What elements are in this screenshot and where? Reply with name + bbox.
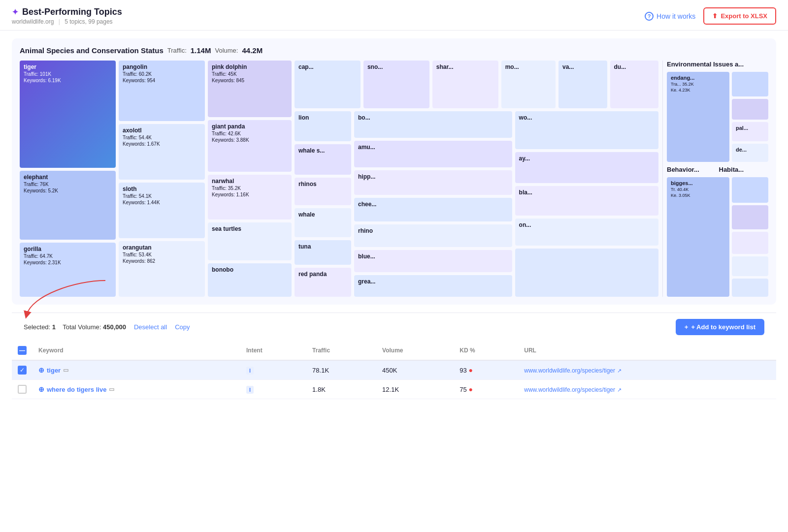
- question-icon: ?: [645, 12, 654, 21]
- whale-cell[interactable]: whale: [295, 208, 351, 237]
- blue-name: blue...: [358, 253, 508, 260]
- header-right: ? How it works ⬆ Export to XLSX: [645, 7, 776, 25]
- pangolin-keywords: Keywords: 954: [123, 78, 201, 83]
- sidebar-bottom-right: [732, 177, 768, 297]
- blue-cell[interactable]: blue...: [354, 250, 512, 273]
- small-cells[interactable]: [515, 249, 658, 297]
- row1-external-icon: ↗: [617, 368, 622, 374]
- gorilla-cell[interactable]: gorilla Traffic: 64.7K Keywords: 2.31K: [20, 243, 116, 297]
- de-cell[interactable]: de...: [732, 144, 768, 162]
- mid-right-top: bo... amu... hipp... chee... rhino blue.…: [354, 111, 658, 297]
- lion-cell[interactable]: lion: [295, 111, 351, 142]
- sno-cell[interactable]: sno...: [363, 61, 429, 108]
- axolotl-traffic: Traffic: 54.4K: [123, 135, 201, 140]
- gorilla-traffic: Traffic: 64.7K: [24, 253, 112, 259]
- elephant-name: elephant: [24, 174, 112, 181]
- bla-cell[interactable]: bla...: [515, 186, 658, 215]
- orangutan-cell[interactable]: orangutan Traffic: 53.4K Keywords: 862: [119, 241, 205, 297]
- pink-dolphin-cell[interactable]: pink dolphin Traffic: 45K Keywords: 845: [208, 61, 292, 117]
- du-cell[interactable]: du...: [610, 61, 659, 108]
- va-cell[interactable]: va...: [558, 61, 607, 108]
- page-title: ✦ Best-Performing Topics: [12, 7, 122, 17]
- row2-traffic-cell: 1.8K: [306, 380, 376, 399]
- traffic-label: Traffic:: [167, 47, 187, 54]
- top-row: cap... sno... shar... mo... va... du...: [295, 61, 658, 108]
- wo-name: wo...: [519, 114, 655, 121]
- cap-cell[interactable]: cap...: [295, 61, 361, 108]
- sloth-cell[interactable]: sloth Traffic: 54.1K Keywords: 1.44K: [119, 183, 205, 238]
- bigges-name: bigges...: [671, 180, 725, 186]
- row1-clip-icon[interactable]: ▭: [63, 367, 68, 374]
- sb-r1[interactable]: [732, 177, 768, 203]
- tuna-cell[interactable]: tuna: [295, 240, 351, 265]
- col-traffic-header: Traffic: [306, 341, 376, 360]
- deselect-all-link[interactable]: Deselect all: [134, 323, 167, 331]
- sidebar-r1-cell[interactable]: [732, 72, 768, 96]
- narwhal-keywords: Keywords: 1.16K: [212, 192, 288, 197]
- row2-volume-cell: 12.1K: [376, 380, 454, 399]
- wo-cell[interactable]: wo...: [515, 111, 658, 149]
- sidebar-r2-cell[interactable]: [732, 99, 768, 120]
- header-checkbox[interactable]: —: [18, 346, 27, 355]
- row2-checkbox[interactable]: [18, 385, 27, 394]
- row1-keyword-text[interactable]: tiger: [47, 367, 61, 374]
- row2-url-link[interactable]: www.worldwildlife.org/species/tiger: [524, 386, 615, 393]
- row1-add-icon[interactable]: ⊕: [38, 366, 44, 374]
- row2-kd-value: 75: [460, 386, 466, 393]
- shar-cell[interactable]: shar...: [432, 61, 498, 108]
- pal-cell[interactable]: pal...: [732, 122, 768, 141]
- sb-r5[interactable]: [732, 279, 768, 297]
- rhinos-name: rhinos: [298, 181, 347, 188]
- bigges-cell[interactable]: bigges... Tr. 40.4K Ke. 3.05K: [667, 177, 729, 297]
- bigges-keywords: Ke. 3.05K: [671, 193, 725, 198]
- sb-r3[interactable]: [732, 232, 768, 254]
- rhino-cell[interactable]: rhino: [354, 224, 512, 247]
- mo-cell[interactable]: mo...: [501, 61, 556, 108]
- sea-turtles-cell[interactable]: sea turtles: [208, 222, 292, 260]
- sb-r4[interactable]: [732, 256, 768, 277]
- col-url-header: URL: [518, 341, 776, 360]
- row2-clip-icon[interactable]: ▭: [109, 386, 114, 393]
- chee-cell[interactable]: chee...: [354, 198, 512, 221]
- row2-add-icon[interactable]: ⊕: [38, 385, 44, 393]
- elephant-cell[interactable]: elephant Traffic: 76K Keywords: 5.2K: [20, 171, 116, 240]
- red-panda-cell[interactable]: red panda: [295, 268, 351, 297]
- row2-intent-badge: I: [246, 386, 254, 394]
- on-cell[interactable]: on...: [515, 219, 658, 246]
- narwhal-cell[interactable]: narwhal Traffic: 35.2K Keywords: 1.16K: [208, 175, 292, 219]
- axolotl-cell[interactable]: axolotl Traffic: 54.4K Keywords: 1.67K: [119, 124, 205, 180]
- export-button[interactable]: ⬆ Export to XLSX: [703, 7, 776, 25]
- row1-checkbox[interactable]: ✓: [18, 366, 27, 375]
- grea-cell[interactable]: grea...: [354, 275, 512, 297]
- row1-url-cell: www.worldwildlife.org/species/tiger ↗: [518, 360, 776, 380]
- whale-s-cell[interactable]: whale s...: [295, 144, 351, 175]
- pangolin-cell[interactable]: pangolin Traffic: 60.2K Keywords: 954: [119, 61, 205, 121]
- tiger-keywords: Keywords: 6.19K: [24, 78, 112, 83]
- sb-r2[interactable]: [732, 205, 768, 229]
- table-row: ✓ ⊕ tiger ▭ I 78.1K 450K 93 ●: [12, 360, 776, 380]
- amu-cell[interactable]: amu...: [354, 141, 512, 167]
- section-title: Animal Species and Conservation Status: [20, 46, 164, 55]
- mid-left: lion whale s... rhinos whale tuna red pa…: [295, 111, 351, 297]
- rhinos-cell[interactable]: rhinos: [295, 178, 351, 205]
- bonobo-cell[interactable]: bonobo: [208, 263, 292, 297]
- bo-cell[interactable]: bo...: [354, 111, 512, 138]
- hipp-cell[interactable]: hipp...: [354, 170, 512, 195]
- keyword-table: — Keyword Intent Traffic Volume KD % URL…: [12, 341, 776, 399]
- mid-right: bo... amu... hipp... chee... rhino blue.…: [354, 111, 658, 297]
- elephant-traffic: Traffic: 76K: [24, 182, 112, 187]
- gorilla-keywords: Keywords: 2.31K: [24, 260, 112, 265]
- giant-panda-cell[interactable]: giant panda Traffic: 42.6K Keywords: 3.8…: [208, 120, 292, 172]
- row2-kd-cell: 75 ●: [454, 380, 518, 399]
- bla-name: bla...: [519, 189, 655, 196]
- endang-cell[interactable]: endang... Tra... 35.2K Ke. 4.23K: [667, 72, 729, 162]
- row2-keyword-text[interactable]: where do tigers live: [47, 386, 106, 393]
- how-it-works-link[interactable]: ? How it works: [645, 12, 695, 21]
- row1-intent-cell: I: [240, 360, 306, 380]
- copy-link[interactable]: Copy: [175, 323, 190, 331]
- add-to-keyword-list-button[interactable]: + + Add to keyword list: [676, 319, 764, 335]
- orangutan-name: orangutan: [123, 244, 201, 251]
- tiger-cell[interactable]: tiger Traffic: 101K Keywords: 6.19K: [20, 61, 116, 168]
- row1-url-link[interactable]: www.worldwildlife.org/species/tiger: [524, 367, 615, 374]
- ay-cell[interactable]: ay...: [515, 152, 658, 184]
